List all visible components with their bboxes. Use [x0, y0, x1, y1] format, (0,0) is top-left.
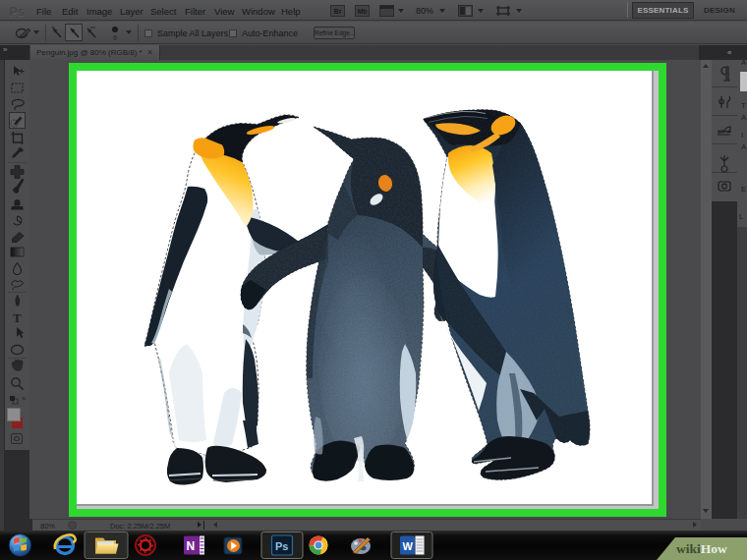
- svg-text:Ps: Ps: [275, 540, 288, 552]
- svg-text:N: N: [187, 539, 196, 553]
- svg-text:T: T: [13, 310, 22, 325]
- svg-text:W: W: [403, 540, 414, 552]
